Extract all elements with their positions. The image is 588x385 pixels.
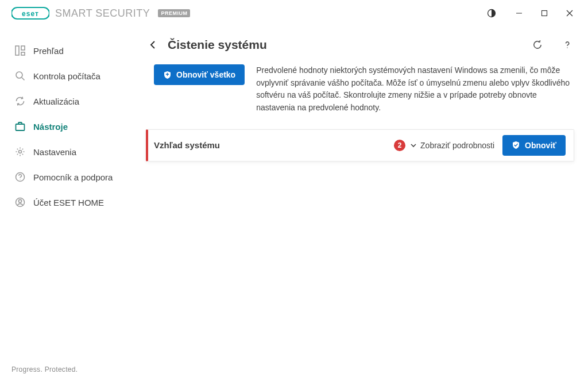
svg-point-11	[19, 151, 22, 153]
sidebar: Prehľad Kontrola počítača Aktualizácia N…	[0, 26, 146, 357]
svg-rect-7	[21, 52, 25, 55]
svg-point-16	[567, 47, 567, 48]
sidebar-item-account[interactable]: Účet ESET HOME	[0, 190, 146, 215]
reset-all-button[interactable]: Obnoviť všetko	[154, 64, 245, 85]
chevron-down-icon	[410, 142, 417, 149]
refresh-page-button[interactable]	[531, 38, 544, 52]
sidebar-item-update[interactable]: Aktualizácia	[0, 88, 146, 114]
sidebar-item-help[interactable]: Pomocník a podpora	[0, 164, 146, 190]
reset-card-label: Obnoviť	[525, 141, 556, 150]
briefcase-icon	[15, 121, 25, 132]
intro-text: Predvolené hodnoty niektorých systémovýc…	[256, 64, 574, 114]
page-header: Čistenie systému	[146, 38, 574, 52]
title-bar: eseт SMART SECURITY PREMIUM	[0, 0, 588, 26]
help-page-button[interactable]	[560, 38, 574, 52]
search-icon	[15, 71, 25, 81]
svg-point-8	[16, 72, 22, 78]
minimize-button[interactable]	[506, 4, 532, 22]
product-name: SMART SECURITY	[55, 7, 150, 20]
dashboard-icon	[15, 45, 25, 56]
sidebar-item-label: Nastavenia	[33, 147, 76, 157]
user-icon	[15, 197, 25, 207]
show-details-toggle[interactable]: Zobraziť podrobnosti	[410, 141, 494, 150]
svg-point-15	[18, 199, 21, 202]
window-controls	[479, 4, 582, 22]
back-button[interactable]	[146, 38, 160, 52]
contrast-toggle[interactable]	[479, 4, 504, 22]
page-title: Čistenie systému	[168, 38, 514, 52]
edition-badge: PREMIUM	[158, 9, 190, 17]
svg-rect-3	[516, 13, 522, 14]
sidebar-item-tools[interactable]: Nástroje	[0, 114, 146, 139]
svg-line-9	[22, 78, 25, 80]
refresh-icon	[15, 96, 25, 106]
svg-text:eseт: eseт	[22, 10, 39, 18]
sidebar-item-label: Nástroje	[33, 122, 68, 132]
card-title: Vzhľad systému	[154, 140, 394, 150]
details-label: Zobraziť podrobnosti	[420, 141, 494, 150]
svg-rect-6	[21, 46, 25, 50]
help-icon	[15, 172, 25, 182]
system-appearance-card: Vzhľad systému 2 Zobraziť podrobnosti Ob…	[146, 129, 574, 161]
intro-section: Obnoviť všetko Predvolené hodnoty niekto…	[154, 64, 574, 114]
eset-logo: eseт	[11, 6, 49, 20]
close-button[interactable]	[557, 4, 582, 22]
svg-rect-4	[542, 11, 547, 16]
sidebar-item-scan[interactable]: Kontrola počítača	[0, 63, 146, 88]
reset-all-label: Obnoviť všetko	[176, 70, 235, 79]
sidebar-item-label: Pomocník a podpora	[33, 172, 113, 182]
main-content: Čistenie systému Obnoviť všetko Predvole…	[146, 26, 588, 357]
reset-card-button[interactable]: Obnoviť	[502, 135, 566, 156]
gear-icon	[15, 147, 25, 157]
sidebar-item-label: Kontrola počítača	[33, 71, 100, 81]
svg-rect-10	[16, 124, 25, 130]
shield-icon	[163, 71, 172, 79]
sidebar-item-settings[interactable]: Nastavenia	[0, 139, 146, 164]
sidebar-item-label: Účet ESET HOME	[33, 198, 104, 207]
brand-group: eseт SMART SECURITY PREMIUM	[11, 6, 190, 20]
maximize-button[interactable]	[532, 4, 557, 22]
svg-rect-5	[16, 46, 19, 55]
svg-point-13	[20, 179, 20, 179]
sidebar-item-label: Prehľad	[33, 46, 64, 56]
footer-tagline: Progress. Protected.	[11, 365, 78, 374]
sidebar-item-label: Aktualizácia	[33, 97, 79, 106]
sidebar-item-overview[interactable]: Prehľad	[0, 38, 146, 63]
issue-count-badge: 2	[394, 140, 405, 151]
shield-icon	[512, 141, 520, 149]
